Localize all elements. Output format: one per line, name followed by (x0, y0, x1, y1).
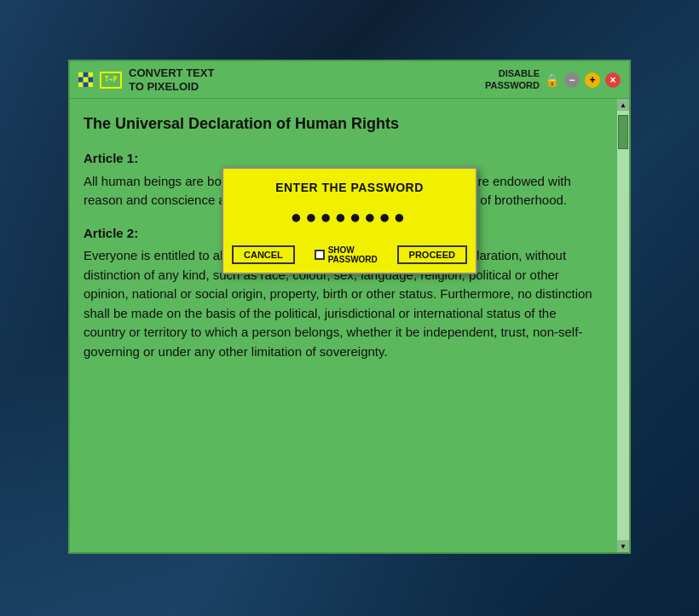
disable-password-label: DISABLE PASSWORD (485, 68, 540, 90)
maximize-button[interactable]: + (585, 72, 600, 88)
password-field[interactable]: ●●●●●●●● (223, 201, 476, 240)
app-title: CONVERT TEXT TO PIXELOID (129, 66, 214, 93)
minimize-button[interactable]: − (564, 72, 580, 88)
password-dialog: ENTER THE PASSWORD ●●●●●●●● CANCEL SHOWP… (222, 167, 477, 274)
content-area: The Universal Declaration of Human Right… (70, 99, 629, 552)
title-bar-right: DISABLE PASSWORD 🔒 − + × (485, 68, 621, 90)
dialog-title: ENTER THE PASSWORD (223, 169, 476, 201)
title-bar-left: T→P CONVERT TEXT TO PIXELOID (78, 66, 214, 93)
pixel-logo-icon (78, 72, 93, 87)
cancel-button[interactable]: CANCEL (232, 245, 295, 264)
close-button[interactable]: × (605, 72, 621, 88)
show-password-checkbox[interactable] (315, 250, 325, 260)
dialog-actions: CANCEL SHOWPASSWORD PROCEED (223, 240, 476, 273)
dialog-overlay: ENTER THE PASSWORD ●●●●●●●● CANCEL SHOWP… (70, 99, 629, 552)
convert-text-icon: T→P (100, 72, 122, 89)
show-password-label[interactable]: SHOWPASSWORD (315, 245, 378, 264)
title-bar: T→P CONVERT TEXT TO PIXELOID DISABLE PAS… (70, 61, 629, 99)
lock-icon: 🔒 (545, 73, 559, 87)
proceed-button[interactable]: PROCEED (397, 245, 467, 264)
app-window: T→P CONVERT TEXT TO PIXELOID DISABLE PAS… (68, 60, 631, 554)
